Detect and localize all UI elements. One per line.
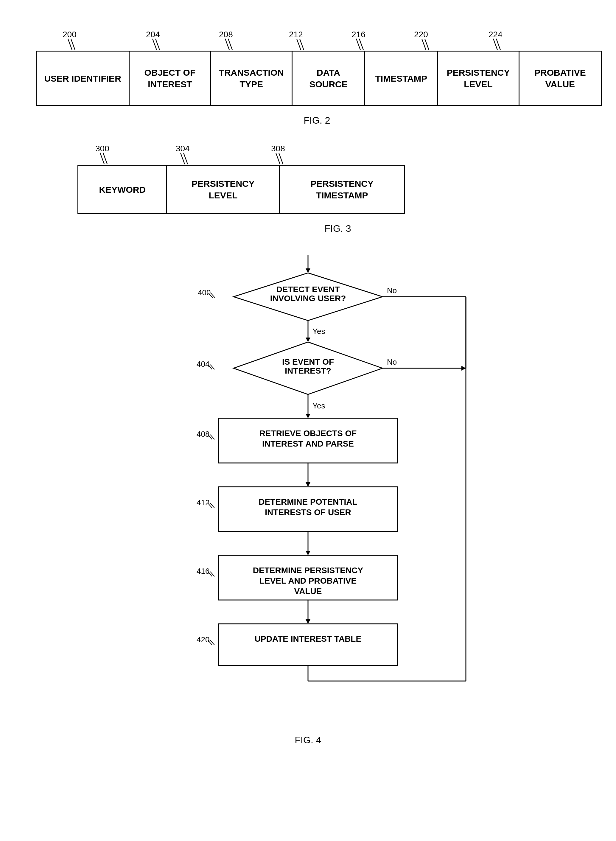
svg-text:INTEREST AND PARSE: INTEREST AND PARSE [262,439,354,448]
svg-text:No: No [387,358,397,367]
svg-text:400: 400 [198,288,211,297]
svg-text:DETERMINE PERSISTENCY: DETERMINE PERSISTENCY [253,566,364,575]
cell-data-source: DATA SOURCE [292,51,365,105]
fig4-section: DETECT EVENT INVOLVING USER? 400 No Yes … [25,252,591,746]
fig2-tick-arrows [36,30,602,51]
fig4-flowchart-svg: DETECT EVENT INVOLVING USER? 400 No Yes … [25,252,591,818]
svg-marker-21 [306,269,310,273]
cell-transaction-type: TRANSACTION TYPE [211,51,292,105]
svg-marker-61 [306,551,310,555]
fig3-ref-labels: 300 304 308 [78,144,435,165]
cell-probative-value: PROBATIVE VALUE [519,51,601,105]
svg-text:IS EVENT OF: IS EVENT OF [282,357,334,367]
cell-persistency-level: PERSISTENCY LEVEL [438,51,519,105]
svg-text:No: No [387,286,397,295]
svg-line-27 [211,293,215,298]
fig3-caption: FIG. 3 [78,223,598,234]
cell-persistency-level-3: PERSISTENCY LEVEL [167,166,280,213]
fig2-table: USER IDENTIFIER OBJECT OF INTEREST TRANS… [36,51,602,106]
svg-text:VALUE: VALUE [294,587,322,596]
cell-keyword: KEYWORD [78,166,167,213]
cell-user-identifier: USER IDENTIFIER [37,51,129,105]
svg-rect-74 [219,624,397,666]
cell-timestamp: TIMESTAMP [365,51,438,105]
svg-text:INTEREST?: INTEREST? [285,366,331,375]
svg-text:Yes: Yes [312,327,325,336]
svg-marker-53 [306,482,310,487]
svg-text:LEVEL AND PROBATIVE: LEVEL AND PROBATIVE [260,576,356,586]
fig2-ref-labels: 200 204 208 212 216 220 224 [36,30,602,51]
svg-line-48 [210,434,214,439]
svg-text:404: 404 [197,360,210,368]
fig3-section: 300 304 308 KEYWORD PERSISTENCY LEVEL PE… [78,144,598,234]
svg-line-73 [210,640,214,645]
fig4-caption: FIG. 4 [25,735,591,746]
fig2-caption: FIG. 2 [36,115,598,126]
svg-text:Yes: Yes [312,401,325,410]
svg-text:416: 416 [197,567,210,575]
svg-marker-42 [461,366,466,371]
svg-text:UPDATE INTEREST TABLE: UPDATE INTEREST TABLE [255,634,361,643]
fig3-tick-arrows [78,144,435,165]
svg-marker-44 [306,414,310,418]
svg-text:RETRIEVE OBJECTS OF: RETRIEVE OBJECTS OF [260,429,357,438]
fig2-section: 200 204 208 212 216 220 224 USER IDENTIF… [36,30,598,126]
cell-persistency-timestamp: PERSISTENCY TIMESTAMP [280,166,404,213]
svg-text:INTERESTS OF USER: INTERESTS OF USER [265,508,351,517]
svg-text:INVOLVING USER?: INVOLVING USER? [270,294,346,303]
svg-marker-31 [306,338,310,342]
svg-text:412: 412 [197,498,210,507]
svg-text:408: 408 [197,430,210,439]
svg-line-64 [210,572,214,577]
svg-text:420: 420 [197,635,210,644]
cell-object-of-interest: OBJECT OF INTEREST [129,51,211,105]
svg-line-38 [210,365,214,370]
svg-text:DETECT EVENT: DETECT EVENT [276,285,340,294]
svg-marker-70 [306,619,310,624]
svg-line-56 [210,503,214,508]
svg-text:DETERMINE POTENTIAL: DETERMINE POTENTIAL [258,497,357,506]
fig3-table: KEYWORD PERSISTENCY LEVEL PERSISTENCY TI… [78,165,405,214]
